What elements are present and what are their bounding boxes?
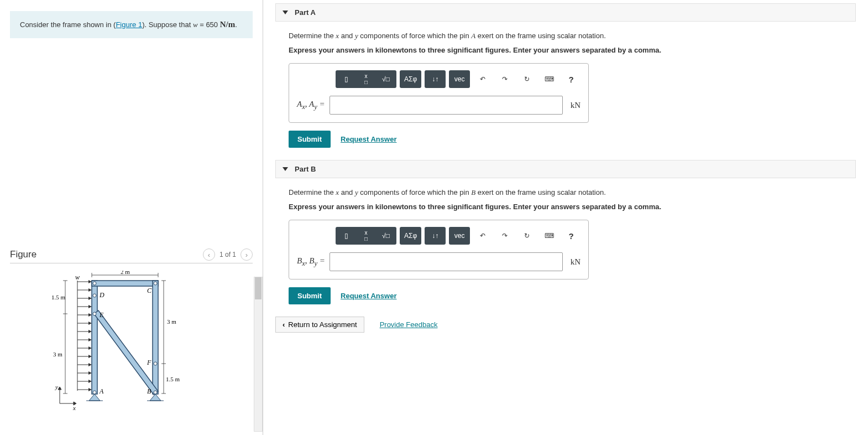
greek-button[interactable]: ΑΣφ (401, 228, 420, 244)
part-a-instruction: Determine the x and y components of forc… (289, 30, 843, 42)
figure-image: w 2 m D C E F A B 1.5 m 3 m 3 m 1.5 m y … (10, 268, 253, 417)
part-a-request-answer-link[interactable]: Request Answer (341, 135, 396, 143)
var-unit: N/m (220, 20, 236, 29)
part-a-header[interactable]: Part A (275, 3, 856, 22)
vec-button[interactable]: vec (450, 71, 469, 87)
part-b-unit: kN (571, 257, 581, 267)
svg-marker-23 (88, 346, 92, 350)
part-b: Part B Determine the x and y components … (275, 160, 856, 304)
figure-section: Figure ‹ 1 of 1 › (10, 248, 253, 417)
part-a: Part A Determine the x and y components … (275, 3, 856, 148)
template-button[interactable]: ▯ (337, 71, 355, 87)
svg-marker-32 (94, 310, 158, 395)
fraction-button[interactable]: x□ (357, 228, 375, 244)
greek-button[interactable]: ΑΣφ (401, 71, 420, 87)
svg-marker-28 (88, 388, 92, 391)
help-button[interactable]: ? (562, 228, 581, 244)
template-button[interactable]: ▯ (337, 228, 355, 244)
svg-text:C: C (147, 287, 152, 294)
redo-button[interactable]: ↷ (495, 71, 514, 87)
var-eq: = 650 (198, 20, 220, 29)
vec-button[interactable]: vec (450, 228, 469, 244)
part-b-request-answer-link[interactable]: Request Answer (341, 292, 396, 300)
svg-text:x: x (72, 405, 76, 411)
figure-pager: ‹ 1 of 1 › (203, 248, 253, 261)
svg-marker-19 (88, 313, 92, 317)
svg-text:w: w (75, 273, 80, 281)
var-w: w (193, 20, 198, 29)
keyboard-button[interactable]: ⌨ (540, 228, 558, 244)
subsup-button[interactable]: ↓↑ (426, 228, 445, 244)
svg-point-35 (93, 294, 96, 297)
part-b-title: Part B (295, 165, 316, 173)
sqrt-button[interactable]: √□ (377, 71, 395, 87)
feedback-link[interactable]: Provide Feedback (380, 320, 438, 329)
part-a-submit-button[interactable]: Submit (289, 131, 331, 148)
figure-prev-button[interactable]: ‹ (203, 248, 215, 261)
part-b-header[interactable]: Part B (275, 160, 856, 178)
svg-point-36 (93, 312, 96, 315)
svg-marker-47 (58, 387, 61, 390)
undo-button[interactable]: ↶ (473, 71, 492, 87)
part-b-format: Express your answers in kilonewtons to t… (289, 201, 843, 213)
prompt-text2: ). Suppose that (142, 20, 193, 29)
svg-text:D: D (99, 291, 104, 299)
help-button[interactable]: ? (562, 71, 581, 87)
svg-marker-18 (88, 305, 92, 308)
equation-toolbar: ▯ x□ √□ ΑΣφ ↓↑ vec ↶ ↷ ↻ (336, 70, 581, 88)
prompt-end: . (235, 20, 237, 29)
svg-text:F: F (147, 359, 151, 366)
svg-text:A: A (99, 387, 104, 395)
return-label: Return to Assignment (288, 320, 357, 329)
svg-marker-24 (88, 355, 92, 358)
part-b-var-label: Bx, By = (297, 256, 325, 268)
svg-point-33 (93, 282, 96, 285)
svg-text:3 m: 3 m (167, 318, 176, 325)
part-b-input[interactable] (330, 252, 563, 271)
svg-rect-31 (153, 281, 158, 394)
caret-down-icon (283, 11, 288, 14)
part-a-answer-area: ▯ x□ √□ ΑΣφ ↓↑ vec ↶ ↷ ↻ (289, 63, 589, 123)
sqrt-button[interactable]: √□ (377, 228, 395, 244)
svg-marker-40 (89, 394, 100, 401)
svg-marker-25 (88, 363, 92, 366)
return-button[interactable]: ‹ Return to Assignment (275, 317, 364, 333)
svg-marker-15 (88, 280, 92, 283)
svg-text:3 m: 3 m (53, 351, 62, 358)
svg-point-39 (154, 391, 157, 394)
svg-rect-30 (92, 281, 158, 286)
svg-marker-17 (88, 297, 92, 300)
svg-marker-26 (88, 371, 92, 375)
svg-text:2 m: 2 m (121, 271, 130, 275)
svg-point-37 (154, 362, 157, 365)
chevron-left-icon: ‹ (283, 320, 285, 329)
svg-marker-21 (88, 330, 92, 333)
part-b-submit-button[interactable]: Submit (289, 287, 331, 304)
reset-button[interactable]: ↻ (517, 228, 536, 244)
problem-statement: Consider the frame shown in (Figure 1). … (10, 11, 253, 38)
keyboard-button[interactable]: ⌨ (540, 71, 558, 87)
figure-page-indicator: 1 of 1 (219, 251, 236, 258)
part-a-format: Express your answers in kilonewtons to t… (289, 45, 843, 56)
figure-next-button[interactable]: › (240, 248, 253, 261)
left-scrollbar[interactable] (254, 277, 263, 432)
svg-marker-41 (150, 394, 161, 401)
fraction-button[interactable]: x□ (357, 71, 375, 87)
svg-text:E: E (99, 311, 104, 319)
part-a-var-label: Ax, Ay = (297, 100, 325, 111)
equation-toolbar-b: ▯ x□ √□ ΑΣφ ↓↑ vec ↶ ↷ ↻ (336, 227, 581, 245)
caret-down-icon (283, 167, 288, 171)
svg-text:y: y (55, 384, 58, 390)
figure-link[interactable]: Figure 1 (116, 20, 142, 29)
reset-button[interactable]: ↻ (517, 71, 536, 87)
prompt-text: Consider the frame shown in ( (20, 20, 116, 29)
svg-marker-20 (88, 322, 92, 325)
part-a-unit: kN (571, 101, 581, 110)
part-b-instruction: Determine the x and y components of forc… (289, 187, 843, 198)
footer: ‹ Return to Assignment Provide Feedback (275, 317, 856, 333)
svg-text:1.5 m: 1.5 m (166, 376, 180, 382)
undo-button[interactable]: ↶ (473, 228, 492, 244)
part-a-input[interactable] (330, 96, 563, 115)
redo-button[interactable]: ↷ (495, 228, 514, 244)
subsup-button[interactable]: ↓↑ (426, 71, 445, 87)
